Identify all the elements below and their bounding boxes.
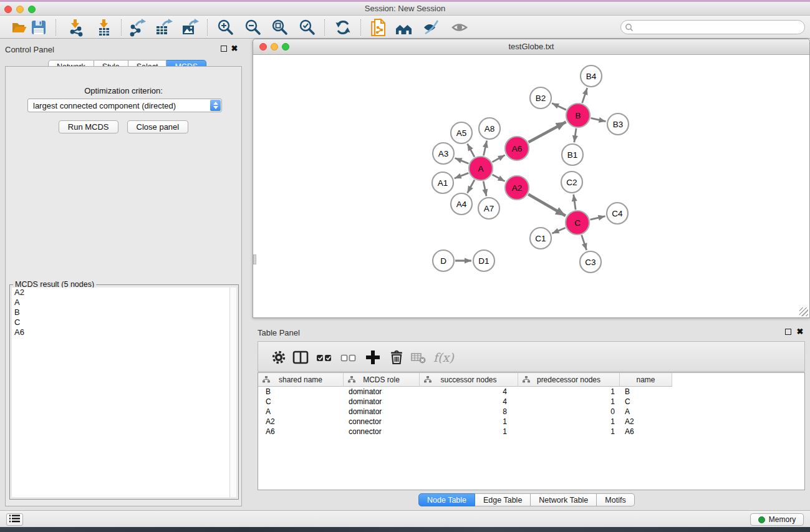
network-graph[interactable]: AA1A2A3A4A5A6A7A8BB1B2B3B4CC1C2C3C4DD1	[253, 56, 809, 317]
graph-edge-B-B1[interactable]	[574, 128, 576, 142]
graph-edge-A-A5[interactable]	[468, 144, 475, 157]
column-header[interactable]: successor nodes	[420, 373, 518, 387]
tab-node-table[interactable]: Node Table	[418, 493, 475, 506]
table-cell[interactable]: dominator	[344, 397, 420, 407]
column-header[interactable]: MCDS role	[344, 373, 420, 387]
graph-edge-A-A2[interactable]	[493, 175, 505, 181]
delete-table-icon[interactable]	[410, 349, 427, 365]
graph-edge-C-C2[interactable]	[574, 195, 576, 210]
criterion-dropdown[interactable]: largest connected component (directed)	[27, 99, 222, 112]
network-canvas[interactable]: AA1A2A3A4A5A6A7A8BB1B2B3B4CC1C2C3C4DD1	[253, 56, 809, 317]
graph-edge-A-A4[interactable]	[468, 180, 475, 193]
table-cell[interactable]: C	[258, 397, 344, 407]
graph-edge-C-C1[interactable]	[552, 228, 565, 233]
import-network-icon[interactable]	[66, 18, 85, 37]
graph-edge-C-C3[interactable]	[582, 235, 587, 250]
graphics-details-icon[interactable]	[422, 18, 440, 37]
table-cell[interactable]: A6	[258, 427, 344, 437]
table-row[interactable]: Adominator80A	[258, 407, 804, 417]
new-network-icon[interactable]	[369, 18, 388, 37]
table-row[interactable]: A2connector11A2	[258, 417, 804, 427]
run-mcds-button[interactable]: Run MCDS	[59, 120, 118, 133]
deselect-all-icon[interactable]	[340, 349, 357, 365]
resize-grip-icon[interactable]	[799, 307, 808, 316]
table-cell[interactable]: 1	[518, 427, 620, 437]
graph-edge-B-B4[interactable]	[582, 88, 587, 103]
close-panel-icon[interactable]: ✖	[796, 327, 804, 336]
export-table-icon[interactable]	[154, 18, 173, 37]
graph-edge-A6-B[interactable]	[528, 122, 566, 142]
table-row[interactable]: Cdominator41C	[258, 397, 804, 407]
column-header[interactable]: name	[620, 373, 672, 387]
table-row[interactable]: A6connector11A6	[258, 427, 804, 437]
column-icon[interactable]	[292, 349, 309, 365]
table-cell[interactable]: 1	[518, 397, 620, 407]
scrollbar[interactable]	[229, 288, 236, 497]
table-cell[interactable]: A6	[620, 427, 672, 437]
table-cell[interactable]: dominator	[344, 387, 420, 397]
graph-edge-A-A7[interactable]	[483, 181, 486, 196]
graph-edge-A-A1[interactable]	[455, 173, 469, 178]
table-cell[interactable]: 8	[420, 407, 518, 417]
zoom-out-icon[interactable]	[244, 18, 263, 37]
table-cell[interactable]: 1	[420, 417, 518, 427]
gear-icon[interactable]	[271, 349, 287, 365]
zoom-fit-icon[interactable]	[271, 18, 289, 37]
table-cell[interactable]: 1	[518, 417, 620, 427]
list-item[interactable]: A	[12, 297, 229, 307]
import-table-icon[interactable]	[95, 18, 113, 37]
graph-edge-B-B3[interactable]	[591, 118, 606, 121]
save-session-icon[interactable]	[29, 18, 48, 37]
list-item[interactable]: A2	[12, 288, 229, 297]
graph-edge-A2-C[interactable]	[528, 194, 566, 216]
tab-motifs[interactable]: Motifs	[597, 493, 634, 506]
export-network-icon[interactable]	[128, 18, 147, 37]
table-cell[interactable]: A2	[620, 417, 672, 427]
column-header[interactable]: shared name	[258, 373, 344, 387]
graph-edge-C-C4[interactable]	[590, 216, 605, 220]
close-panel-icon[interactable]: ✖	[231, 44, 238, 53]
table-cell[interactable]: B	[258, 387, 344, 397]
list-item[interactable]: C	[12, 317, 229, 327]
table-cell[interactable]: A	[620, 407, 672, 417]
tab-network-table[interactable]: Network Table	[531, 493, 597, 506]
select-all-icon[interactable]	[316, 349, 332, 365]
zoom-in-icon[interactable]	[216, 18, 235, 37]
splitter-handle[interactable]	[253, 254, 256, 264]
graph-edge-A-A8[interactable]	[483, 141, 486, 156]
close-panel-button[interactable]: Close panel	[127, 120, 189, 133]
table-cell[interactable]: connector	[344, 427, 420, 437]
table-cell[interactable]: A	[258, 407, 344, 417]
table-cell[interactable]: dominator	[344, 407, 420, 417]
delete-icon[interactable]	[388, 349, 405, 365]
open-session-icon[interactable]	[10, 18, 29, 37]
table-cell[interactable]: 0	[518, 407, 620, 417]
add-column-icon[interactable]	[365, 349, 381, 365]
float-panel-icon[interactable]	[221, 46, 227, 52]
table-cell[interactable]: 1	[518, 387, 620, 397]
graph-edge-A-A6[interactable]	[492, 155, 504, 162]
refresh-icon[interactable]	[334, 18, 352, 37]
table-cell[interactable]: B	[620, 387, 672, 397]
table-cell[interactable]: connector	[344, 417, 420, 427]
table-cell[interactable]: A2	[258, 417, 344, 427]
tab-edge-table[interactable]: Edge Table	[475, 493, 531, 506]
search-input[interactable]	[636, 21, 799, 33]
memory-button[interactable]: Memory	[750, 513, 804, 526]
float-panel-icon[interactable]	[785, 329, 791, 335]
table-cell[interactable]: C	[620, 397, 672, 407]
export-image-icon[interactable]	[180, 18, 199, 37]
list-item[interactable]: A6	[12, 327, 229, 337]
task-history-button[interactable]	[6, 513, 23, 526]
list-item[interactable]: B	[12, 307, 229, 317]
column-header[interactable]: predecessor nodes	[518, 373, 620, 387]
function-builder-icon[interactable]: f(x)	[432, 349, 448, 365]
table-cell[interactable]: 4	[420, 387, 518, 397]
graph-edge-B-B2[interactable]	[552, 103, 566, 110]
table-cell[interactable]: 4	[420, 397, 518, 407]
first-neighbors-icon[interactable]	[395, 18, 413, 37]
table-row[interactable]: Bdominator41B	[258, 387, 804, 397]
eye-icon[interactable]	[450, 18, 469, 37]
zoom-selected-icon[interactable]	[298, 18, 317, 37]
graph-edge-A-A3[interactable]	[455, 158, 469, 163]
